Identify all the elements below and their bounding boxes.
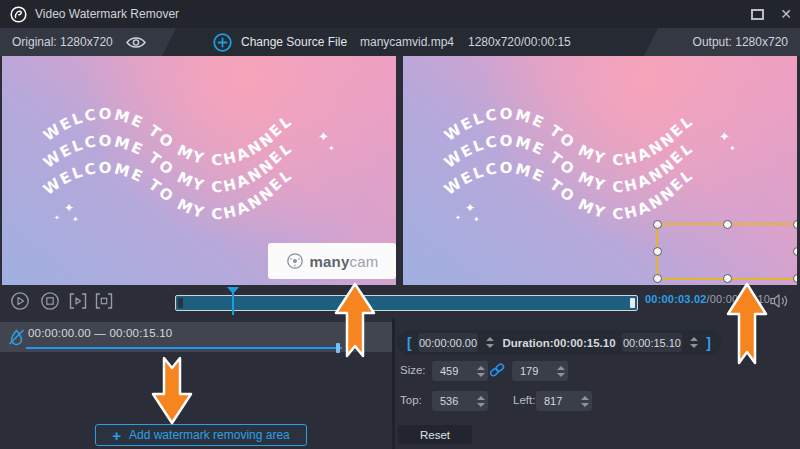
manycam-wordmark: manycam: [310, 253, 379, 270]
left-input[interactable]: 817: [536, 391, 592, 411]
top-input[interactable]: 536: [432, 391, 488, 411]
add-area-label: Add watermark removing area: [129, 428, 290, 442]
width-stepper[interactable]: [475, 366, 488, 377]
play-segment-button[interactable]: [68, 291, 88, 311]
clip-time-controls: [ 00:00:00.00 Duration:00:00:15.10 00:00…: [397, 330, 721, 355]
selection-handle[interactable]: [793, 220, 797, 229]
original-tab: Original: 1280x720: [0, 28, 176, 56]
top-label: Top:: [400, 394, 422, 406]
plus-circle-icon: [213, 33, 232, 52]
size-label: Size:: [400, 364, 426, 376]
annotation-arrow-down-add-button: [150, 356, 194, 426]
selection-handle[interactable]: [723, 220, 732, 229]
sparkle-icon: ✦: [328, 145, 335, 153]
close-button[interactable]: ✕: [780, 7, 792, 21]
title-bar: Video Watermark Remover ✕: [0, 0, 800, 28]
sparkle-icon: ✦: [455, 214, 461, 221]
sparkle-icon: ✦: [54, 214, 60, 221]
source-filename: manycamvid.mp4: [360, 28, 454, 56]
end-time-stepper[interactable]: [688, 337, 700, 348]
area-time-range: 00:00:00.00 — 00:00:15.10: [28, 327, 172, 339]
sparkle-icon: ✦: [64, 202, 74, 214]
timeline-track[interactable]: [175, 295, 638, 311]
output-tab: Output: 1280x720: [644, 28, 800, 56]
original-label: Original: 1280x720: [12, 35, 113, 49]
manycam-watermark: manycam: [268, 243, 396, 279]
manycam-logo-icon: [286, 252, 304, 270]
play-button[interactable]: [10, 291, 30, 311]
start-time-stepper[interactable]: [484, 337, 496, 348]
preview-eye-icon[interactable]: [125, 35, 147, 50]
in-point-bracket: [: [407, 335, 412, 351]
sparkle-icon: ✦: [318, 130, 329, 143]
maximize-button[interactable]: [751, 9, 764, 20]
selection-handle[interactable]: [793, 247, 797, 256]
plus-icon: +: [112, 428, 121, 443]
app-logo-icon: [10, 6, 27, 23]
left-label: Left:: [513, 394, 535, 406]
volume-icon[interactable]: [769, 292, 791, 310]
timeline-left-cap: [178, 298, 183, 308]
playback-bar: 00:00:03.02/00:00:15.10: [0, 285, 800, 318]
output-video-preview: WELCOME TO MY CHANNEL WELCOME TO MY CHAN…: [403, 56, 797, 285]
watermark-remove-icon: [8, 328, 25, 346]
timeline-right-handle[interactable]: [630, 298, 635, 308]
app-title: Video Watermark Remover: [35, 7, 179, 21]
total-time: /00:00:15.10: [707, 293, 771, 305]
width-input[interactable]: 459: [432, 361, 488, 381]
height-input[interactable]: 179: [512, 361, 568, 381]
sparkle-icon: ✦: [72, 216, 79, 224]
change-source-button[interactable]: Change Source File: [213, 28, 347, 56]
selection-handle[interactable]: [723, 274, 732, 283]
sparkle-icon: ✦: [729, 145, 736, 153]
link-aspect-icon[interactable]: [488, 362, 506, 378]
toolbar: Original: 1280x720 Change Source File ma…: [0, 28, 800, 56]
top-stepper[interactable]: [475, 396, 488, 407]
playback-time: 00:00:03.02/00:00:15.10: [645, 293, 770, 305]
height-stepper[interactable]: [555, 366, 568, 377]
source-resolution-duration: 1280x720/00:00:15: [468, 28, 571, 56]
stop-segment-button[interactable]: [94, 291, 114, 311]
delete-area-icon[interactable]: [347, 327, 363, 346]
selection-handle[interactable]: [653, 247, 662, 256]
start-time-input[interactable]: 00:00:00.00: [418, 333, 479, 352]
reset-button[interactable]: Reset: [398, 425, 472, 444]
sparkle-icon: ✦: [719, 130, 730, 143]
panel-divider: [392, 318, 395, 449]
watermark-area-row[interactable]: 00:00:00.00 — 00:00:15.10: [0, 322, 392, 352]
duration-label: Duration:00:00:15.10: [502, 337, 615, 349]
original-video-preview: WELCOME TO MY CHANNEL WELCOME TO MY CHAN…: [2, 56, 396, 285]
selection-handle[interactable]: [653, 220, 662, 229]
playhead-line[interactable]: [232, 287, 234, 315]
sparkle-icon: ✦: [465, 202, 475, 214]
selection-handle[interactable]: [793, 274, 797, 283]
selection-handle[interactable]: [653, 274, 662, 283]
sparkle-icon: ✦: [473, 216, 480, 224]
stop-button[interactable]: [40, 291, 60, 311]
out-point-bracket: ]: [706, 335, 711, 351]
watermark-selection-box[interactable]: [656, 223, 797, 280]
area-range-slider[interactable]: [26, 347, 342, 349]
left-stepper[interactable]: [579, 396, 592, 407]
end-time-input[interactable]: 00:00:15.10: [622, 333, 683, 352]
change-source-label: Change Source File: [241, 35, 347, 49]
add-watermark-area-button[interactable]: + Add watermark removing area: [95, 424, 307, 446]
output-label: Output: 1280x720: [693, 35, 788, 49]
current-time: 00:00:03.02: [645, 293, 707, 305]
area-slider-thumb[interactable]: [336, 343, 340, 353]
